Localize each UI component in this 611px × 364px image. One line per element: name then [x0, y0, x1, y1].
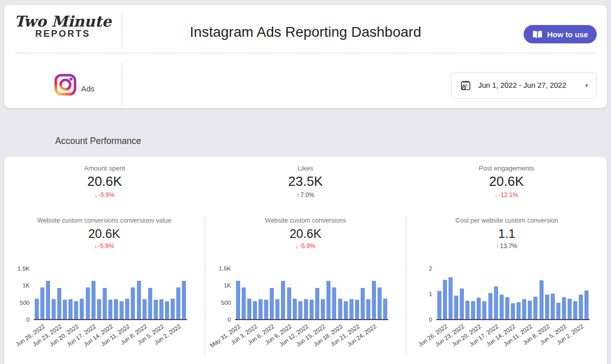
y-axis-tick: 0 [410, 317, 432, 323]
chart-value: 20.6K [205, 227, 406, 241]
bar [253, 301, 257, 319]
bar [378, 287, 382, 319]
chevron-down-icon: ▾ [585, 82, 588, 89]
bar [154, 300, 158, 319]
bar [505, 297, 509, 320]
plot-area: 05001K1.5KMay 31, 2022Jun 3, 2022Jun 6, … [235, 269, 388, 320]
bar [443, 280, 447, 320]
bar [40, 287, 44, 319]
bar [494, 286, 498, 319]
section-title: Account Performance [55, 136, 141, 147]
delta-arrow-icon: ↑ [496, 243, 499, 249]
y-axis-tick: 2 [410, 265, 432, 272]
bar [568, 299, 572, 319]
chart-cost-per-conversion: Cost per website custom conversion 1.1 ↑… [406, 217, 607, 355]
bar [338, 299, 342, 319]
bar [171, 299, 175, 319]
delta-arrow-icon: ↑ [297, 192, 300, 198]
y-axis-tick: 1.5K [208, 265, 231, 272]
delta-arrow-icon: ↓ [495, 192, 498, 198]
kpi-label: Amount spent [4, 164, 205, 172]
bar [349, 299, 354, 319]
chart-conversions: Website custom conversions 20.6K ↓-5.9% … [204, 217, 406, 355]
bar [74, 301, 78, 319]
kpi-label: Likes [205, 164, 406, 172]
date-range-picker[interactable]: Jun 1, 2022 - Jun 27, 2022 ▾ [451, 72, 597, 99]
bar [159, 299, 163, 319]
bar [258, 299, 263, 319]
bar [326, 281, 331, 319]
bar [383, 299, 387, 319]
bar [108, 300, 112, 319]
bar [165, 301, 169, 319]
bar [551, 294, 555, 319]
book-icon [532, 30, 543, 39]
bar [137, 281, 141, 319]
bar [449, 277, 453, 320]
y-axis-tick: 1K [208, 282, 231, 288]
bar [545, 295, 549, 319]
bar [80, 299, 84, 319]
bar [500, 295, 504, 320]
chart-title: Website custom conversions conversions v… [4, 217, 204, 224]
kpi-value: 23.5K [205, 174, 406, 189]
bar [131, 287, 135, 319]
bar [465, 301, 469, 319]
plot-area: 05001K1.5KJun 26, 2022Jun 23, 2022Jun 20… [34, 269, 187, 320]
bar [573, 301, 577, 319]
chart-delta: ↓-5.9% [4, 242, 204, 250]
y-axis-tick: 1K [7, 282, 30, 288]
chart-title: Website custom conversions [205, 217, 406, 224]
bar [176, 287, 180, 319]
bar [86, 287, 90, 319]
data-source: Ads [54, 73, 95, 96]
how-to-use-button[interactable]: How to use [524, 25, 597, 43]
bar-chart: 05001K1.5KMay 31, 2022Jun 3, 2022Jun 6, … [205, 269, 406, 355]
header-vertical-divider-2 [122, 63, 123, 105]
y-axis-tick: 1.5K [7, 265, 30, 272]
kpi-delta: ↑7.0% [205, 191, 406, 199]
bar [247, 299, 251, 319]
bar [344, 301, 348, 319]
kpi-delta: ↓-12.1% [406, 191, 607, 199]
bar [361, 288, 365, 319]
bar [242, 287, 246, 319]
delta-arrow-icon: ↓ [95, 243, 98, 249]
y-axis-tick: 0 [208, 317, 231, 323]
bar [579, 295, 583, 320]
bar [293, 299, 297, 319]
y-axis-tick: 0 [7, 317, 30, 323]
bar [35, 299, 39, 319]
bar [454, 296, 458, 320]
bar [477, 298, 481, 320]
kpi-likes: Likes 23.5K ↑7.0% [205, 164, 406, 199]
bar [556, 303, 560, 320]
chart-value: 20.6K [4, 227, 204, 241]
bar [97, 299, 101, 319]
bar [315, 288, 319, 319]
bar [332, 287, 336, 319]
bar [366, 299, 370, 319]
kpi-label: Post engagements [406, 164, 607, 172]
chart-title: Cost per website custom conversion [407, 217, 607, 224]
bar [270, 288, 274, 319]
header-card: Two Minute REPORTS Instagram Ads Reporti… [4, 5, 607, 108]
bar [304, 299, 308, 319]
bar [511, 303, 515, 319]
kpi-row: Amount spent 20.6K ↓-5.9% Likes 23.5K ↑7… [4, 164, 607, 199]
bar [528, 301, 532, 319]
bar-chart: 012Jun 26, 2022Jun 23, 2022Jun 20, 2022J… [407, 269, 607, 355]
how-to-use-label: How to use [547, 30, 588, 39]
bar [63, 300, 67, 319]
source-label: Ads [81, 77, 95, 93]
bar [516, 302, 521, 319]
account-performance-card: Amount spent 20.6K ↓-5.9% Likes 23.5K ↑7… [4, 157, 607, 364]
header-horizontal-divider [15, 53, 596, 54]
y-axis-tick: 500 [7, 300, 30, 306]
bar [562, 297, 566, 320]
bar [148, 288, 152, 319]
date-range-value: Jun 1, 2022 - Jun 27, 2022 [478, 81, 567, 89]
bar [143, 299, 147, 319]
y-axis-tick: 500 [208, 300, 231, 306]
bar [103, 288, 107, 319]
